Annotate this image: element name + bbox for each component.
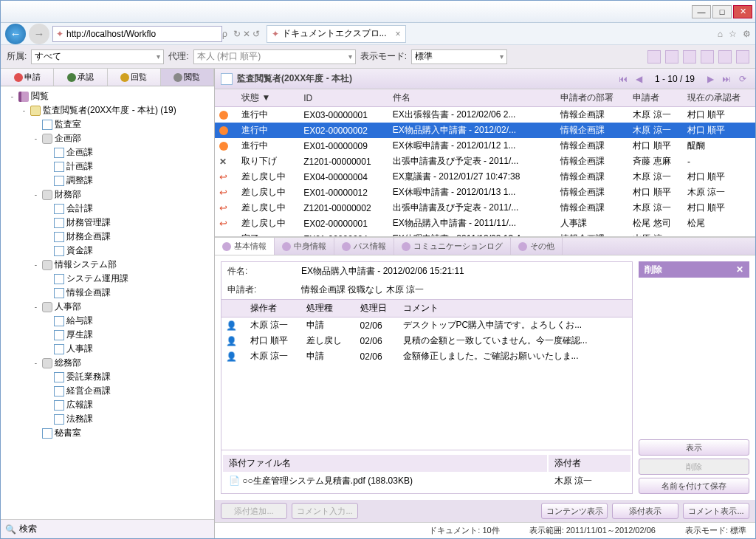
star-icon[interactable]: ☆ <box>729 29 737 39</box>
sidebar-tab-回覧[interactable]: 回覧 <box>108 69 161 86</box>
table-row[interactable]: 進行中EX03-00000001EX出張報告書 - 2012/02/06 2..… <box>215 107 755 123</box>
workflow-row[interactable]: 👤木原 涼一申請02/06金額修正しました。ご確認お願いいたしま... <box>221 349 632 364</box>
add-attach-button: 添付追加... <box>221 503 287 519</box>
tool-icon-5[interactable] <box>718 50 732 63</box>
tree-item[interactable]: -財務部 <box>4 188 211 202</box>
sidebar-tab-閲覧[interactable]: 閲覧 <box>161 69 214 86</box>
tree-item[interactable]: 人事課 <box>4 342 211 356</box>
detail-right: 削除 ✕ 表示 削除 名前を付けて保存 <box>639 261 749 494</box>
grid-column[interactable] <box>215 89 237 107</box>
tree-item[interactable]: -企画部 <box>4 131 211 145</box>
tree-item[interactable]: 調整課 <box>4 174 211 188</box>
tree-item[interactable]: 委託業務課 <box>4 370 211 384</box>
minimize-button[interactable]: — <box>692 5 711 18</box>
tool-icon-3[interactable] <box>683 50 696 63</box>
status-mode: 表示モード: 標準 <box>685 525 746 536</box>
sidebar-tab-承認[interactable]: 承認 <box>54 69 107 86</box>
table-row[interactable]: ↩差し戻し中EX01-00000012EX休暇申請書 - 2012/01/13 … <box>215 185 755 200</box>
tree-item[interactable]: -情報システム部 <box>4 258 211 272</box>
table-row[interactable]: ↩差し戻し中Z1201-00000002出張申請書及び予定表 - 2011/..… <box>215 200 755 216</box>
tool-icon-1[interactable] <box>647 50 661 63</box>
tree-item[interactable]: 財務管理課 <box>4 216 211 230</box>
detail-tab[interactable]: その他 <box>511 238 563 255</box>
tree-item[interactable]: -閲覧 <box>4 89 211 103</box>
proxy-select[interactable]: 本人 (村口 順平)▾ <box>193 49 356 64</box>
show-attach-button[interactable]: 添付表示 <box>612 503 678 519</box>
tree-item[interactable]: 計画課 <box>4 159 211 174</box>
grid-column[interactable]: 現在の承認者 <box>683 89 755 107</box>
pager-first-icon[interactable]: ⏮ <box>616 72 630 86</box>
tree-item[interactable]: 資金課 <box>4 244 211 258</box>
grid-column[interactable]: ID <box>299 89 388 107</box>
search-suffix: ρ <box>222 29 227 39</box>
detail-tab[interactable]: コミュニケーションログ <box>394 238 511 255</box>
tree-item[interactable]: システム運用課 <box>4 272 211 286</box>
pager-next-icon[interactable]: ▶ <box>704 72 717 86</box>
tree-item[interactable]: 情報企画課 <box>4 286 211 300</box>
pager-text: 1 - 10 / 19 <box>655 74 695 84</box>
tool-icon-6[interactable] <box>736 50 749 63</box>
table-row[interactable]: 進行中EX01-00000009EX休暇申請書 - 2012/01/12 1..… <box>215 138 755 154</box>
search-bar[interactable]: 🔍 検索 <box>1 519 214 538</box>
browser-tab[interactable]: ✦ ドキュメントエクスプロ... × <box>267 25 406 43</box>
status-bar: ドキュメント: 10件 表示範囲: 2011/11/01～2012/02/06 … <box>215 522 755 538</box>
workflow-row[interactable]: 👤村口 順平差し戻し02/06見積の金額と一致していません。今一度確認... <box>221 333 632 349</box>
search-label: 検索 <box>19 523 37 535</box>
attachment-row[interactable]: 📄 ○○生産管理システム見積書.pdf (188.03KB)木原 涼一 <box>223 473 630 489</box>
sidebar: 申請承認回覧閲覧 -閲覧-監査閲覧者(20XX年度 - 本社) (19)監査室-… <box>1 69 215 538</box>
tree-item[interactable]: -監査閲覧者(20XX年度 - 本社) (19) <box>4 103 211 117</box>
grid-column[interactable]: 件名 <box>388 89 557 107</box>
grid-column[interactable]: 申請者 <box>628 89 683 107</box>
url-box[interactable]: ✦ http://localhost/Workflo <box>52 26 222 42</box>
tree-item[interactable]: 会計課 <box>4 202 211 216</box>
save-as-button[interactable]: 名前を付けて保存 <box>639 478 749 494</box>
close-panel-icon[interactable]: ✕ <box>736 264 743 275</box>
maximize-button[interactable]: □ <box>712 5 732 18</box>
workflow-row[interactable]: 👤木原 涼一申請02/06デスクトップPC購入申請です。よろしくお... <box>221 317 632 334</box>
table-row[interactable]: 進行中EX02-00000002EX物品購入申請書 - 2012/02/...情… <box>215 123 755 138</box>
back-button[interactable]: ← <box>5 24 26 44</box>
tree-item[interactable]: -総務部 <box>4 356 211 370</box>
table-row[interactable]: ✔完了EX01-00000004EX休暇申請書 - 2011/12/02 13:… <box>215 231 755 237</box>
detail-tab[interactable]: パス情報 <box>334 238 394 255</box>
sidebar-tab-申請[interactable]: 申請 <box>1 69 54 86</box>
content-area: 監査閲覧者(20XX年度 - 本社) ⏮ ◀ 1 - 10 / 19 ▶ ⏭ ⟳… <box>215 69 755 538</box>
show-contents-button[interactable]: コンテンツ表示 <box>541 503 608 519</box>
tool-icon-4[interactable] <box>701 50 714 63</box>
forward-button[interactable]: → <box>29 24 49 44</box>
table-row[interactable]: ↩差し戻し中EX02-00000001EX物品購入申請書 - 2011/11/.… <box>215 216 755 231</box>
tree-item[interactable]: 厚生課 <box>4 328 211 342</box>
detail-tab[interactable]: 中身情報 <box>275 238 334 255</box>
tree-item[interactable]: 財務企画課 <box>4 230 211 244</box>
gear-icon[interactable]: ⚙ <box>743 29 751 39</box>
tree-item[interactable]: -人事部 <box>4 300 211 314</box>
pager-prev-icon[interactable]: ◀ <box>633 72 646 86</box>
applicant-value: 情報企画課 役職なし 木原 涼一 <box>301 284 424 296</box>
pager-last-icon[interactable]: ⏭ <box>720 72 733 86</box>
detail-tab[interactable]: 基本情報 <box>215 238 275 255</box>
tree-item[interactable]: 秘書室 <box>4 426 211 440</box>
tree-item[interactable]: 企画課 <box>4 145 211 159</box>
tree-item[interactable]: 法務課 <box>4 412 211 426</box>
grid-column[interactable]: 申請者の部署 <box>556 89 628 107</box>
tree-item[interactable]: 給与課 <box>4 314 211 328</box>
tab-close-icon[interactable]: × <box>396 29 401 39</box>
footer-buttons: 添付追加... コメント入力... コンテンツ表示 添付表示 コメント表示... <box>215 500 755 522</box>
reload-icons[interactable]: ↻ ✕ ↺ <box>233 29 261 39</box>
show-button[interactable]: 表示 <box>639 439 749 456</box>
table-row[interactable]: ✕取り下げZ1201-00000001出張申請書及び予定表 - 2011/...… <box>215 154 755 169</box>
pager-refresh-icon[interactable]: ⟳ <box>736 72 749 86</box>
affiliation-select[interactable]: すべて▾ <box>31 49 164 64</box>
display-mode-select[interactable]: 標準▾ <box>411 49 507 64</box>
table-row[interactable]: ↩差し戻し中EX04-00000004EX稟議書 - 2012/01/27 10… <box>215 169 755 185</box>
content-header: 監査閲覧者(20XX年度 - 本社) ⏮ ◀ 1 - 10 / 19 ▶ ⏭ ⟳ <box>215 69 755 89</box>
sidebar-tabs: 申請承認回覧閲覧 <box>1 69 214 86</box>
home-icon[interactable]: ⌂ <box>718 29 723 39</box>
grid-column[interactable]: 状態 ▼ <box>237 89 299 107</box>
tool-icon-2[interactable] <box>665 50 678 63</box>
tree-item[interactable]: 監査室 <box>4 117 211 131</box>
tree-item[interactable]: 経営企画課 <box>4 384 211 398</box>
close-window-button[interactable]: ✕ <box>733 5 752 18</box>
tree-item[interactable]: 広報課 <box>4 398 211 412</box>
show-comment-button[interactable]: コメント表示... <box>683 503 749 519</box>
